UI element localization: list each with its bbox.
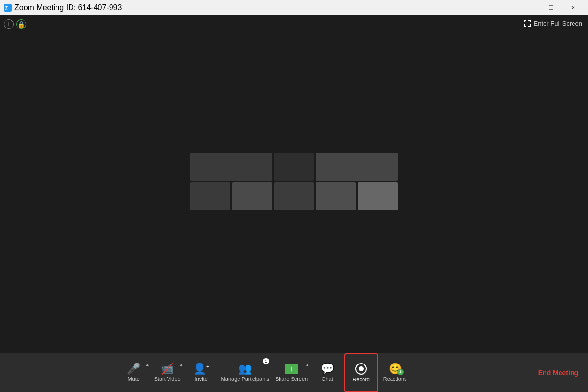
blur-cell-1 — [190, 153, 272, 181]
title-text: Zoom Meeting ID: 614-407-993 — [14, 3, 122, 12]
participants-icon: 👥 — [238, 364, 252, 374]
blurred-content — [190, 153, 398, 210]
share-screen-button[interactable]: ↑ ▲ Share Screen — [272, 353, 310, 392]
blur-cell-6 — [274, 182, 314, 210]
blur-cell-4 — [190, 182, 230, 210]
share-chevron-icon[interactable]: ▲ — [305, 362, 309, 367]
reactions-label: Reactions — [383, 376, 407, 382]
record-icon — [355, 363, 367, 375]
invite-icon: 👤+ — [193, 364, 209, 374]
end-meeting-button[interactable]: End Meeting — [529, 353, 588, 392]
main-area: i 🔒 Enter Full Screen — [0, 15, 588, 353]
manage-participants-label: Manage Participants — [221, 376, 269, 382]
invite-label: Invite — [195, 376, 207, 382]
fullscreen-button[interactable]: Enter Full Screen — [523, 19, 582, 27]
mic-icon: 🎤 — [127, 364, 140, 374]
mute-chevron-icon[interactable]: ▲ — [145, 362, 150, 367]
mute-button[interactable]: 🎤 ▲ Mute — [117, 353, 151, 392]
title-bar-left: Z Zoom Meeting ID: 614-407-993 — [4, 3, 122, 12]
fullscreen-icon — [523, 19, 531, 27]
video-slash-line — [162, 363, 173, 375]
chat-icon: 💬 — [321, 364, 334, 374]
video-chevron-icon[interactable]: ▲ — [179, 362, 183, 367]
participants-badge: 1 — [263, 358, 269, 364]
video-icon: 📹 — [161, 364, 174, 374]
minimize-button[interactable]: — — [518, 0, 540, 15]
end-meeting-label: End Meeting — [538, 369, 578, 377]
blur-cell-5 — [232, 182, 272, 210]
svg-text:Z: Z — [5, 6, 8, 11]
info-icon[interactable]: i — [4, 19, 14, 29]
title-bar-controls: — ☐ ✕ — [518, 0, 584, 15]
mute-label: Mute — [127, 376, 139, 382]
blur-cell-8 — [358, 182, 398, 210]
share-screen-icon: ↑ — [285, 364, 298, 374]
record-button[interactable]: Record — [344, 353, 378, 392]
record-label: Record — [352, 377, 369, 382]
toolbar: 🎤 ▲ Mute 📹 ▲ Start Video 👤+ Invite 👥 1 M… — [0, 353, 588, 392]
start-video-button[interactable]: 📹 ▲ Start Video — [151, 353, 184, 392]
reactions-icon: 😊 + — [389, 364, 402, 374]
toolbar-center: 🎤 ▲ Mute 📹 ▲ Start Video 👤+ Invite 👥 1 M… — [0, 353, 529, 392]
invite-button[interactable]: 👤+ Invite — [184, 353, 218, 392]
blur-cell-2 — [274, 153, 314, 181]
fullscreen-label: Enter Full Screen — [534, 20, 582, 27]
share-screen-label: Share Screen — [275, 376, 308, 382]
maximize-button[interactable]: ☐ — [540, 0, 562, 15]
manage-participants-button[interactable]: 👥 1 Manage Participants — [218, 353, 272, 392]
start-video-label: Start Video — [154, 376, 180, 382]
close-button[interactable]: ✕ — [562, 0, 584, 15]
zoom-logo-icon: Z — [4, 4, 12, 12]
lock-icon[interactable]: 🔒 — [16, 19, 26, 29]
chat-label: Chat — [322, 376, 333, 382]
blur-cell-3 — [316, 153, 398, 181]
title-bar: Z Zoom Meeting ID: 614-407-993 — ☐ ✕ — [0, 0, 588, 15]
reactions-button[interactable]: 😊 + Reactions — [378, 353, 412, 392]
top-icons: i 🔒 — [4, 19, 26, 29]
chat-button[interactable]: 💬 Chat — [310, 353, 344, 392]
blur-cell-7 — [316, 182, 356, 210]
